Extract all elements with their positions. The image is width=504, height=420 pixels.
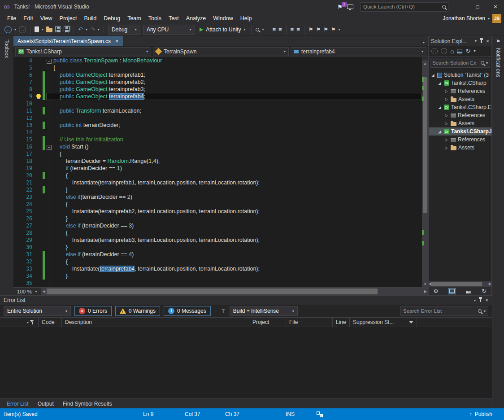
toolbar-options-caret-icon[interactable]: ▾: [339, 27, 340, 31]
outlining-margin[interactable]: [46, 201, 53, 208]
code-line-22[interactable]: 22 }: [13, 186, 422, 193]
attach-to-unity-button[interactable]: ▶ Attach to Unity ▾: [198, 26, 248, 33]
code-line-15[interactable]: 15 // Use this for initialization: [13, 136, 422, 143]
code-line-8[interactable]: 8 public GameObject terrainprefab3;: [13, 86, 422, 93]
clear-bookmarks-icon[interactable]: ⚑: [331, 26, 336, 33]
expand-arrow-icon[interactable]: ▷: [444, 146, 449, 150]
code-line-34[interactable]: 34 }: [13, 272, 422, 280]
glyph-margin[interactable]: [35, 129, 42, 136]
window-position-caret-icon[interactable]: ▾: [475, 39, 477, 43]
errors-filter-button[interactable]: ×0 Errors: [74, 306, 112, 316]
glyph-margin[interactable]: [35, 158, 42, 165]
scrollbar-track[interactable]: [422, 66, 428, 282]
glyph-margin[interactable]: [35, 64, 42, 71]
outlining-margin[interactable]: [46, 107, 53, 114]
scroll-right-icon[interactable]: ▶: [423, 289, 428, 294]
outlining-margin[interactable]: [46, 179, 53, 186]
line-body[interactable]: public GameObject terrainprefab2;: [46, 79, 422, 86]
glyph-margin[interactable]: [35, 251, 42, 258]
undo-caret-icon[interactable]: ▾: [86, 27, 87, 31]
glyph-margin[interactable]: [35, 215, 42, 222]
panel-tab-find-symbol-results[interactable]: Find Symbol Results: [59, 399, 116, 409]
notifications-flag-icon[interactable]: ⚑1: [337, 4, 343, 10]
menu-test[interactable]: Test: [165, 13, 182, 23]
panel-tab-output[interactable]: Output: [34, 399, 58, 409]
outlining-margin[interactable]: [46, 172, 53, 179]
code-line-25[interactable]: 25 Instantiate(terrainprefab2, terrainLo…: [13, 208, 422, 215]
glyph-margin[interactable]: [35, 57, 42, 64]
line-body[interactable]: {: [46, 258, 422, 265]
outlining-margin[interactable]: [46, 122, 53, 129]
glyph-margin[interactable]: [35, 122, 42, 129]
se-back-icon[interactable]: ←: [431, 48, 438, 54]
outlining-margin[interactable]: −: [46, 57, 53, 64]
navigate-history-caret-icon[interactable]: ▾: [14, 27, 16, 31]
se-home-icon[interactable]: ⌂: [450, 48, 454, 55]
menu-tools[interactable]: Tools: [145, 13, 165, 23]
editor-horizontal-scrollbar[interactable]: ◀ ▶: [41, 288, 428, 295]
glyph-margin[interactable]: [35, 136, 42, 143]
line-body[interactable]: public int terrainDecider;: [46, 122, 422, 129]
line-body[interactable]: {: [46, 64, 422, 71]
glyph-margin[interactable]: [35, 150, 42, 158]
project-dropdown[interactable]: C# Tanks!.CSharp ▾: [15, 47, 151, 56]
zoom-dropdown[interactable]: 100 % ▾: [13, 288, 41, 295]
glyph-margin[interactable]: [35, 165, 42, 172]
line-body[interactable]: −public class TerrainSpawn : MonoBehavio…: [46, 57, 422, 64]
severity-filter-header[interactable]: ▾: [26, 318, 39, 327]
column-header-project[interactable]: Project: [249, 318, 286, 327]
glyph-margin[interactable]: [35, 222, 42, 229]
toolbox-tab[interactable]: Toolbox: [0, 36, 13, 295]
code-line-17[interactable]: 17 {: [13, 150, 422, 158]
minimize-button[interactable]: ─: [453, 0, 466, 13]
undo-icon[interactable]: ↶: [78, 26, 83, 33]
outlining-margin[interactable]: [46, 100, 53, 107]
glyph-margin[interactable]: [35, 236, 42, 244]
close-button[interactable]: ×: [489, 0, 502, 13]
line-body[interactable]: public GameObject terrainprefab4;: [46, 93, 422, 100]
notifications-tab[interactable]: ⚑ Notifications: [492, 36, 504, 408]
column-header-description[interactable]: Description: [62, 318, 249, 327]
pin-icon[interactable]: [481, 39, 482, 43]
line-body[interactable]: {: [46, 172, 422, 179]
collapse-arrow-icon[interactable]: ◢: [437, 105, 442, 109]
tree-item-assets[interactable]: ▷Assets: [429, 144, 491, 152]
find-in-files-icon[interactable]: [256, 28, 259, 31]
solution-explorer-header[interactable]: Solution Expl... ▾ ×: [429, 36, 491, 46]
menu-build[interactable]: Build: [80, 13, 100, 23]
outlining-margin[interactable]: [46, 258, 53, 265]
fold-toggle-icon[interactable]: −: [47, 145, 52, 150]
code-line-30[interactable]: 30 }: [13, 244, 422, 251]
glyph-margin[interactable]: [35, 272, 42, 280]
outlining-margin[interactable]: [46, 280, 53, 287]
glyph-margin[interactable]: [35, 244, 42, 251]
glyph-margin[interactable]: [35, 208, 42, 215]
navigate-forward-icon[interactable]: →: [19, 26, 26, 33]
code-line-20[interactable]: 20 {: [13, 172, 422, 179]
se-hscrollbar-thumb[interactable]: [431, 282, 482, 286]
outlining-margin[interactable]: [46, 229, 53, 236]
error-search-caret-icon[interactable]: ▾: [484, 309, 486, 313]
tree-item-solution-tanks-3[interactable]: ◢Solution 'Tanks!' (3: [429, 71, 491, 79]
code-line-18[interactable]: 18 terrainDecider = Random.Range(1,4);: [13, 158, 422, 165]
column-header-suppression-st[interactable]: Suppression St...: [350, 318, 417, 327]
el-pin-icon[interactable]: [480, 298, 481, 302]
outlining-margin[interactable]: [46, 71, 53, 79]
quick-launch-box[interactable]: [361, 2, 448, 12]
line-body[interactable]: }: [46, 186, 422, 193]
code-line-23[interactable]: 23 else if(terrainDecider == 2): [13, 193, 422, 201]
outlining-margin[interactable]: [46, 272, 53, 280]
messages-filter-button[interactable]: i0 Messages: [164, 306, 211, 316]
document-list-caret-icon[interactable]: ▾: [423, 40, 428, 46]
se-sync-icon[interactable]: ↻: [465, 48, 470, 54]
collapse-arrow-icon[interactable]: ◢: [437, 130, 442, 134]
outlining-margin[interactable]: [46, 251, 53, 258]
line-body[interactable]: [46, 129, 422, 136]
outlining-margin[interactable]: [46, 64, 53, 71]
menu-file[interactable]: File: [4, 13, 20, 23]
glyph-margin[interactable]: [35, 201, 42, 208]
line-body[interactable]: [46, 114, 422, 122]
code-line-31[interactable]: 31 else if (terrainDecider == 4): [13, 251, 422, 258]
increase-indent-icon[interactable]: ≡: [278, 26, 282, 33]
expand-arrow-icon[interactable]: ▷: [444, 138, 449, 142]
